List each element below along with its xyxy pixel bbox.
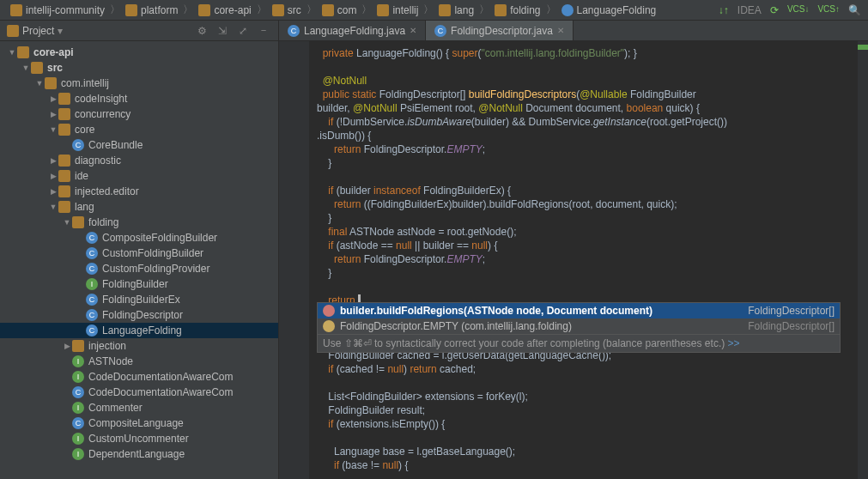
completion-item[interactable]: FoldingDescriptor.EMPTY (com.intellij.la… [318,318,840,334]
tree-node[interactable]: CCodeDocumentationAwareCom [0,385,278,400]
breadcrumb-item[interactable]: core-api [195,3,254,18]
tree-node[interactable]: ▼folding [0,215,278,230]
tree-label: codeInsight [75,93,127,105]
tree-node[interactable]: ▼core-api [0,45,278,60]
tree-arrow[interactable]: ▶ [48,94,58,103]
completion-tip: Use ⇧⌘⏎ to syntactically correct your co… [318,334,840,352]
breadcrumb-item[interactable]: src [269,3,305,18]
editor-area: CLanguageFolding.java✕CFoldingDescriptor… [279,21,868,479]
tree-node[interactable]: IASTNode [0,354,278,369]
breadcrumb-item[interactable]: LanguageFolding [558,3,660,18]
tree-node[interactable]: ▼core [0,122,278,137]
tip-link[interactable]: >> [728,337,740,349]
tree-node[interactable]: CCoreBundle [0,137,278,153]
tree-node[interactable]: ▶codeInsight [0,91,278,106]
iface-icon: I [72,371,84,383]
tree-label: CompositeLanguage [88,417,184,429]
pkg-icon [31,62,43,74]
completion-popup[interactable]: builder.buildFoldRegions(ASTNode node, D… [317,302,841,353]
breadcrumb-item[interactable]: lang [435,3,477,18]
editor-tab[interactable]: CFoldingDescriptor.java✕ [426,21,574,40]
tree-label: CompositeFoldingBuilder [102,232,217,244]
pkg-icon [58,185,70,197]
tree-node[interactable]: ▼com.intellij [0,76,278,91]
tree-node[interactable]: CFoldingDescriptor [0,307,278,323]
close-icon[interactable]: ✕ [410,26,416,35]
tree-node[interactable]: ICustomUncommenter [0,431,278,446]
pkg-icon [439,4,451,16]
hide-icon[interactable]: － [256,23,271,39]
tree-label: diagnostic [75,155,121,167]
code-lines[interactable]: private LanguageFolding() { super("com.i… [279,41,868,477]
tree-label: FoldingBuilderEx [102,294,180,306]
gutter [279,41,310,479]
pkg-icon [58,170,70,182]
tree-node[interactable]: CCustomFoldingProvider [0,261,278,276]
sync-icon[interactable]: ⟳ [770,4,779,16]
completion-item[interactable]: builder.buildFoldRegions(ASTNode node, D… [318,303,840,318]
collapse-icon[interactable]: ⇲ [215,23,230,39]
breadcrumb-item[interactable]: intellij [373,3,422,18]
tree-node[interactable]: CCustomFoldingBuilder [0,246,278,261]
breadcrumb-bar: intellij-community〉platform〉core-api〉src… [0,0,868,21]
tree-node[interactable]: ▼src [0,60,278,76]
tree-node[interactable]: ▶injected.editor [0,184,278,199]
panel-header: Project ▾ ⚙ ⇲ ⤢ － [0,21,278,41]
tree-arrow[interactable]: ▼ [48,203,58,211]
tree-node[interactable]: CFoldingBuilderEx [0,292,278,307]
tree-node[interactable]: CCompositeFoldingBuilder [0,230,278,246]
project-tree[interactable]: ▼core-api▼src▼com.intellij▶codeInsight▶c… [0,41,278,479]
tree-arrow[interactable]: ▶ [48,156,58,165]
tree-node[interactable]: IDependentLanguage [0,446,278,462]
tree-node[interactable]: ICodeDocumentationAwareCom [0,369,278,385]
tree-arrow[interactable]: ▼ [62,218,72,227]
close-icon[interactable]: ✕ [557,26,564,35]
tree-arrow[interactable]: ▶ [62,342,72,350]
tree-node[interactable]: ▶injection [0,338,278,354]
build-icon[interactable]: ↓↑ [719,4,729,16]
tree-arrow[interactable]: ▶ [48,187,58,196]
breadcrumb-item[interactable]: com [319,3,361,18]
run-config[interactable]: IDEA [737,4,762,16]
vcs-push-icon[interactable]: VCS↑ [817,4,840,16]
tree-label: injection [88,340,126,352]
tree-label: injected.editor [75,185,139,197]
editor-tabs: CLanguageFolding.java✕CFoldingDescriptor… [279,21,868,41]
breadcrumb-item[interactable]: folding [491,3,543,18]
pkg-icon [58,201,70,213]
pkg-icon [495,4,507,16]
tree-arrow[interactable]: ▼ [34,79,45,88]
tree-node[interactable]: CCompositeLanguage [0,415,278,431]
tree-node[interactable]: CLanguageFolding [0,323,278,338]
pkg-icon [58,155,70,167]
breadcrumb-item[interactable]: intellij-community [7,3,108,18]
tree-arrow[interactable]: ▶ [48,110,58,118]
editor-tab[interactable]: CLanguageFolding.java✕ [279,21,426,40]
expand-icon[interactable]: ⤢ [235,23,251,39]
tree-arrow[interactable]: ▼ [21,64,31,72]
search-icon[interactable]: 🔍 [848,4,861,16]
breadcrumb-item[interactable]: platform [122,3,181,18]
tree-arrow[interactable]: ▼ [48,125,58,134]
tree-arrow[interactable]: ▼ [7,48,17,57]
error-stripe[interactable] [858,41,868,479]
tree-node[interactable]: ▶ide [0,168,278,184]
pkg-icon [125,4,137,16]
tree-label: CodeDocumentationAwareCom [88,386,234,398]
tree-arrow[interactable]: ▶ [48,172,58,180]
vcs-pull-icon[interactable]: VCS↓ [787,4,810,16]
tree-node[interactable]: ICommenter [0,400,278,415]
cls-icon: C [72,417,84,429]
tree-node[interactable]: ▶concurrency [0,106,278,122]
code-editor[interactable]: private LanguageFolding() { super("com.i… [279,41,868,479]
completion-icon [323,320,335,332]
tree-node[interactable]: IFoldingBuilder [0,276,278,292]
completion-icon [323,305,335,317]
settings-icon[interactable]: ⚙ [194,23,209,39]
tree-label: com.intellij [61,77,109,89]
iface-icon: I [72,402,84,414]
tree-node[interactable]: ▼lang [0,199,278,215]
cls-icon [561,4,574,16]
panel-title[interactable]: Project ▾ [7,25,63,37]
tree-node[interactable]: ▶diagnostic [0,153,278,168]
